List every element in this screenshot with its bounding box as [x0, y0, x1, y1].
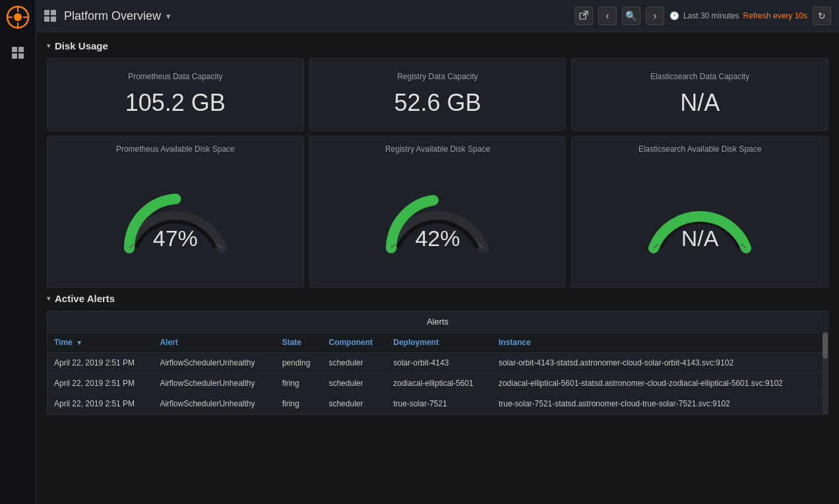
- sidebar: [0, 0, 36, 504]
- active-alerts-title: Active Alerts: [55, 293, 115, 304]
- col-time-label: Time: [54, 338, 73, 347]
- elasticsearch-gauge-title: Elasticsearch Available Disk Space: [638, 144, 762, 154]
- row0-alert: AirflowSchedulerUnhealthy: [153, 353, 275, 373]
- row1-component: scheduler: [322, 373, 387, 394]
- prometheus-gauge-title: Prometheus Available Disk Space: [116, 144, 235, 154]
- sidebar-grid-icon[interactable]: [7, 42, 28, 63]
- alerts-table-header: Alerts: [47, 311, 828, 332]
- page-content: ▾ Disk Usage Prometheus Data Capacity 10…: [36, 32, 839, 504]
- prometheus-gauge-wrapper: 47%: [116, 166, 235, 258]
- capacity-cards-grid: Prometheus Data Capacity 105.2 GB Regist…: [47, 58, 828, 131]
- col-state[interactable]: State: [276, 332, 323, 353]
- col-instance-label: Instance: [499, 338, 531, 347]
- row2-component: scheduler: [322, 394, 387, 414]
- col-time[interactable]: Time ▼: [47, 332, 153, 353]
- alerts-chevron: ▾: [47, 294, 51, 303]
- search-button[interactable]: 🔍: [622, 7, 640, 25]
- col-component[interactable]: Component: [322, 332, 387, 353]
- sort-arrow: ▼: [76, 339, 82, 346]
- row0-deployment: solar-orbit-4143: [387, 353, 492, 373]
- time-label: Last 30 minutes: [683, 11, 739, 20]
- alerts-table: Time ▼ Alert State Compone: [47, 332, 828, 414]
- row0-state: pending: [276, 353, 323, 373]
- table-scroll-wrapper: Time ▼ Alert State Compone: [47, 332, 828, 414]
- row1-instance: zodiacal-elliptical-5601-statsd.astronom…: [492, 373, 828, 394]
- registry-capacity-title: Registry Data Capacity: [397, 72, 478, 81]
- prometheus-capacity-title: Prometheus Data Capacity: [128, 72, 222, 81]
- active-alerts-section: ▾ Active Alerts Alerts Time ▼: [47, 293, 828, 415]
- row1-alert: AirflowSchedulerUnhealthy: [153, 373, 275, 394]
- main-content: Platform Overview ▾ ‹ 🔍 ›: [36, 0, 839, 504]
- chevron-right-icon: ›: [653, 10, 656, 22]
- refresh-button[interactable]: ↻: [813, 7, 831, 25]
- active-alerts-header[interactable]: ▾ Active Alerts: [47, 293, 828, 304]
- prometheus-capacity-value: 105.2 GB: [125, 89, 226, 117]
- refresh-icon: ↻: [818, 11, 826, 21]
- elasticsearch-gauge-card: Elasticsearch Available Disk Space N/A: [571, 136, 828, 288]
- row1-deployment: zodiacal-elliptical-5601: [387, 373, 492, 394]
- dropdown-arrow[interactable]: ▾: [166, 11, 171, 21]
- row2-deployment: true-solar-7521: [387, 394, 492, 414]
- gauge-cards-grid: Prometheus Available Disk Space: [47, 136, 828, 288]
- registry-gauge-wrapper: 42%: [378, 166, 497, 258]
- col-instance[interactable]: Instance: [492, 332, 828, 353]
- registry-gauge-title: Registry Available Disk Space: [385, 144, 490, 154]
- topbar-right: ‹ 🔍 › 🕐 Last 30 minutes Refresh every 10…: [575, 7, 831, 25]
- registry-gauge-card: Registry Available Disk Space 42%: [309, 136, 567, 288]
- disk-usage-title: Disk Usage: [55, 40, 108, 51]
- alerts-table-container: Alerts Time ▼ Alert: [47, 311, 828, 415]
- row1-state: firing: [276, 373, 323, 394]
- alerts-table-head: Time ▼ Alert State Compone: [47, 332, 828, 353]
- row0-time: April 22, 2019 2:51 PM: [47, 353, 153, 373]
- nav-back-button[interactable]: ‹: [598, 7, 617, 25]
- elasticsearch-capacity-card: Elasticsearch Data Capacity N/A: [571, 58, 828, 131]
- col-state-label: State: [282, 338, 301, 347]
- row2-state: firing: [276, 394, 323, 414]
- share-icon: [579, 11, 588, 22]
- nav-forward-button[interactable]: ›: [646, 7, 664, 25]
- prometheus-gauge-value: 47%: [153, 226, 198, 251]
- share-button[interactable]: [575, 7, 593, 25]
- search-icon: 🔍: [625, 11, 637, 21]
- scrollbar[interactable]: [823, 332, 828, 414]
- page-title: Platform Overview: [64, 9, 161, 23]
- disk-usage-section-header[interactable]: ▾ Disk Usage: [47, 40, 828, 51]
- col-deployment-label: Deployment: [393, 338, 439, 347]
- col-component-label: Component: [328, 338, 373, 347]
- refresh-label: Refresh every 10s: [743, 11, 807, 20]
- row0-component: scheduler: [322, 353, 387, 373]
- row0-instance: solar-orbit-4143-statsd.astronomer-cloud…: [492, 353, 828, 373]
- disk-usage-chevron: ▾: [47, 42, 51, 50]
- topbar-left: Platform Overview ▾: [44, 9, 575, 23]
- col-deployment[interactable]: Deployment: [387, 332, 492, 353]
- col-alert[interactable]: Alert: [153, 332, 275, 353]
- svg-point-1: [14, 13, 22, 21]
- registry-capacity-card: Registry Data Capacity 52.6 GB: [309, 58, 567, 131]
- table-row: April 22, 2019 2:51 PM AirflowSchedulerU…: [47, 353, 828, 373]
- row1-time: April 22, 2019 2:51 PM: [47, 373, 153, 394]
- time-info: 🕐 Last 30 minutes Refresh every 10s: [669, 11, 807, 20]
- col-alert-label: Alert: [160, 338, 177, 347]
- table-row: April 22, 2019 2:51 PM AirflowSchedulerU…: [47, 394, 828, 414]
- elasticsearch-capacity-value: N/A: [680, 89, 720, 117]
- table-row: April 22, 2019 2:51 PM AirflowSchedulerU…: [47, 373, 828, 394]
- topbar: Platform Overview ▾ ‹ 🔍 ›: [36, 0, 839, 32]
- prometheus-capacity-card: Prometheus Data Capacity 105.2 GB: [47, 58, 304, 131]
- row2-time: April 22, 2019 2:51 PM: [47, 394, 153, 414]
- elasticsearch-gauge-value: N/A: [681, 226, 719, 251]
- row2-instance: true-solar-7521-statsd.astronomer-cloud-…: [492, 394, 828, 414]
- registry-gauge-value: 42%: [415, 226, 460, 251]
- elasticsearch-capacity-title: Elasticsearch Data Capacity: [650, 72, 749, 81]
- prometheus-gauge-card: Prometheus Available Disk Space: [47, 136, 304, 288]
- elasticsearch-gauge-wrapper: N/A: [640, 166, 759, 258]
- row2-alert: AirflowSchedulerUnhealthy: [153, 394, 275, 414]
- chevron-left-icon: ‹: [606, 10, 609, 22]
- registry-capacity-value: 52.6 GB: [394, 89, 481, 117]
- topbar-grid-icon: [44, 10, 56, 22]
- alerts-table-body: April 22, 2019 2:51 PM AirflowSchedulerU…: [47, 353, 828, 414]
- clock-icon: 🕐: [669, 11, 679, 20]
- scroll-thumb[interactable]: [823, 332, 828, 359]
- sidebar-logo[interactable]: [6, 5, 30, 29]
